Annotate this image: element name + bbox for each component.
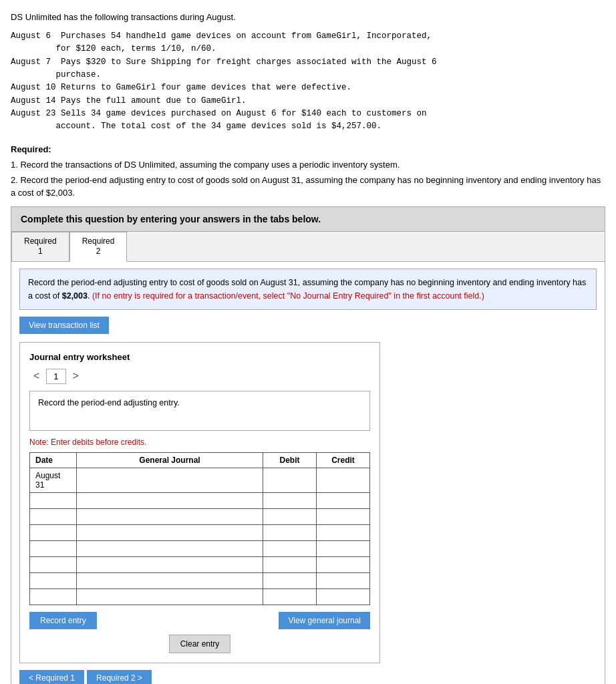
journal-worksheet: Journal entry worksheet < 1 > Record the… xyxy=(19,342,380,663)
debit-cell-3[interactable] xyxy=(263,508,317,524)
debit-cell-2[interactable] xyxy=(263,492,317,508)
debit-cell-4[interactable] xyxy=(263,524,317,540)
credit-cell-6[interactable] xyxy=(317,556,370,572)
table-row xyxy=(30,524,370,540)
required-title: Required: xyxy=(11,143,605,156)
complete-box: Complete this question by entering your … xyxy=(11,206,605,232)
required-item-1: 1. Record the transactions of DS Unlimit… xyxy=(11,158,605,172)
col-header-general-journal: General Journal xyxy=(77,452,263,468)
col-header-debit: Debit xyxy=(263,452,317,468)
credit-cell-2[interactable] xyxy=(317,492,370,508)
clear-btn-row: Clear entry xyxy=(29,635,370,653)
journal-cell-3[interactable] xyxy=(77,508,263,524)
debit-cell-1[interactable] xyxy=(263,468,317,492)
journal-input-4[interactable] xyxy=(82,528,257,537)
journal-cell-8[interactable] xyxy=(77,588,263,605)
bottom-tabs-row: < Required 1 Required 2 > xyxy=(19,670,597,684)
debit-input-5[interactable] xyxy=(269,544,311,553)
description-red-text: (If no entry is required for a transacti… xyxy=(92,291,484,301)
credit-input-8[interactable] xyxy=(322,592,364,601)
credit-cell-8[interactable] xyxy=(317,588,370,605)
credit-cell-1[interactable] xyxy=(317,468,370,492)
date-cell-5 xyxy=(30,540,77,556)
table-row: August31 xyxy=(30,468,370,492)
debit-input-4[interactable] xyxy=(269,528,311,537)
debit-cell-7[interactable] xyxy=(263,572,317,588)
journal-input-6[interactable] xyxy=(82,560,257,569)
credit-input-2[interactable] xyxy=(322,496,364,505)
journal-cell-1[interactable] xyxy=(77,468,263,492)
note-text: Note: Enter debits before credits. xyxy=(29,438,370,447)
view-general-journal-button[interactable]: View general journal xyxy=(279,612,370,629)
date-cell-3 xyxy=(30,508,77,524)
journal-input-7[interactable] xyxy=(82,576,257,585)
tabs-container: Required1 Required2 Record the period-en… xyxy=(11,232,605,684)
col-header-credit: Credit xyxy=(317,452,370,468)
table-row xyxy=(30,540,370,556)
description-box: Record the period-end adjusting entry to… xyxy=(19,269,597,310)
table-row xyxy=(30,508,370,524)
date-cell-4 xyxy=(30,524,77,540)
tab-required-2[interactable]: Required2 xyxy=(69,232,128,262)
journal-worksheet-title: Journal entry worksheet xyxy=(29,352,370,362)
date-cell-6 xyxy=(30,556,77,572)
next-page-arrow[interactable]: > xyxy=(69,370,83,382)
table-row xyxy=(30,588,370,605)
button-row: Record entry View general journal xyxy=(29,612,370,629)
transactions-block: August 6 Purchases 54 handheld game devi… xyxy=(11,30,605,134)
bottom-tab-required-2[interactable]: Required 2 > xyxy=(87,670,152,684)
credit-cell-7[interactable] xyxy=(317,572,370,588)
date-cell-8 xyxy=(30,588,77,605)
intro-section: DS Unlimited has the following transacti… xyxy=(11,11,605,134)
credit-cell-4[interactable] xyxy=(317,524,370,540)
credit-cell-5[interactable] xyxy=(317,540,370,556)
credit-input-3[interactable] xyxy=(322,512,364,521)
journal-input-1[interactable] xyxy=(82,476,257,485)
debit-cell-5[interactable] xyxy=(263,540,317,556)
credit-input-5[interactable] xyxy=(322,544,364,553)
journal-input-5[interactable] xyxy=(82,544,257,553)
journal-cell-2[interactable] xyxy=(77,492,263,508)
credit-input-7[interactable] xyxy=(322,576,364,585)
nav-row: < 1 > xyxy=(29,369,370,384)
credit-input-4[interactable] xyxy=(322,528,364,537)
required-section: Required: 1. Record the transactions of … xyxy=(11,143,605,200)
debit-cell-6[interactable] xyxy=(263,556,317,572)
bottom-tab-required-1[interactable]: < Required 1 xyxy=(19,670,84,684)
debit-input-3[interactable] xyxy=(269,512,311,521)
journal-cell-4[interactable] xyxy=(77,524,263,540)
date-cell-7 xyxy=(30,572,77,588)
journal-cell-7[interactable] xyxy=(77,572,263,588)
page-number: 1 xyxy=(46,369,65,384)
view-transaction-button[interactable]: View transaction list xyxy=(19,317,109,334)
record-entry-button[interactable]: Record entry xyxy=(29,612,97,629)
tab-required-1[interactable]: Required1 xyxy=(11,232,69,261)
debit-input-6[interactable] xyxy=(269,560,311,569)
tabs-row: Required1 Required2 xyxy=(11,232,605,262)
journal-input-3[interactable] xyxy=(82,512,257,521)
journal-table: Date General Journal Debit Credit August… xyxy=(29,452,370,605)
debit-input-2[interactable] xyxy=(269,496,311,505)
debit-cell-8[interactable] xyxy=(263,588,317,605)
tab-content: Record the period-end adjusting entry to… xyxy=(11,262,605,684)
credit-cell-3[interactable] xyxy=(317,508,370,524)
date-cell-2 xyxy=(30,492,77,508)
journal-input-8[interactable] xyxy=(82,592,257,601)
required-item-2: 2. Record the period-end adjusting entry… xyxy=(11,174,605,200)
table-row xyxy=(30,556,370,572)
journal-input-2[interactable] xyxy=(82,496,257,505)
table-row xyxy=(30,492,370,508)
table-row xyxy=(30,572,370,588)
intro-opening: DS Unlimited has the following transacti… xyxy=(11,11,605,25)
credit-input-6[interactable] xyxy=(322,560,364,569)
credit-input-1[interactable] xyxy=(322,476,364,485)
prev-page-arrow[interactable]: < xyxy=(29,370,43,382)
debit-input-1[interactable] xyxy=(269,476,311,485)
col-header-date: Date xyxy=(30,452,77,468)
date-cell-aug31: August31 xyxy=(30,468,77,492)
journal-cell-5[interactable] xyxy=(77,540,263,556)
journal-cell-6[interactable] xyxy=(77,556,263,572)
debit-input-8[interactable] xyxy=(269,592,311,601)
debit-input-7[interactable] xyxy=(269,576,311,585)
clear-entry-button[interactable]: Clear entry xyxy=(169,635,231,653)
